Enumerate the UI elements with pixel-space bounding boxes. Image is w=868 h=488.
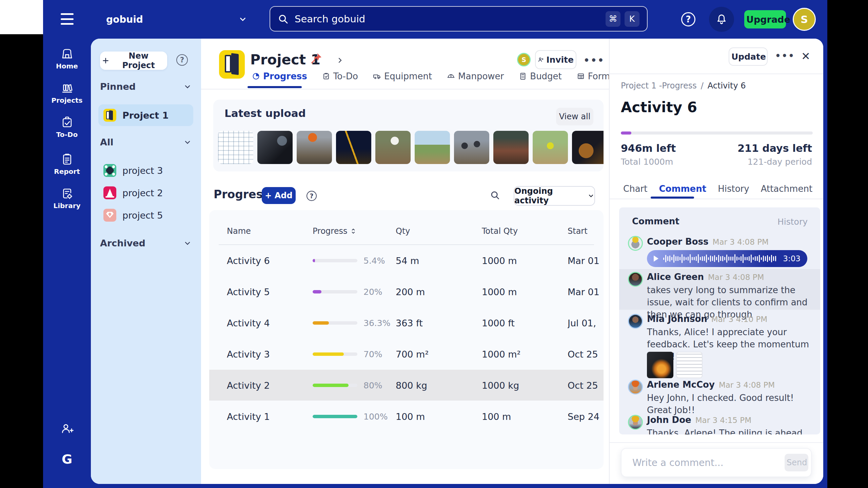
sidebar-item-projects[interactable]: Projects: [43, 82, 91, 104]
app-window: gobuid Search gobuid ⌘ K ? Upgrade S Hom…: [43, 0, 827, 488]
tab-todo[interactable]: To-Do: [322, 71, 358, 81]
upload-thumbnail[interactable]: [493, 131, 529, 164]
menu-icon[interactable]: [61, 13, 74, 25]
chevron-right-icon[interactable]: [336, 56, 344, 64]
column-header[interactable]: Progress: [313, 226, 357, 236]
notifications-button[interactable]: [709, 7, 734, 32]
audio-waveform: [663, 253, 779, 264]
table-row-selected[interactable]: Activity 2 80% 800 kg 1000 kg Oct 25: [209, 370, 604, 401]
sidebar-item-label: Report: [54, 167, 80, 176]
add-activity-button[interactable]: + Add: [262, 187, 296, 204]
todo-icon: [61, 116, 74, 129]
upload-thumbnail[interactable]: [336, 131, 371, 164]
table-row[interactable]: Activity 3 70% 700 m² 1000 m² Oct 25: [209, 339, 604, 369]
divider: [610, 442, 823, 443]
table-row[interactable]: Activity 6 5.4% 54 m 1000 m Mar 01: [209, 245, 604, 276]
column-header[interactable]: Start: [568, 226, 588, 236]
upload-thumbnail[interactable]: [533, 131, 568, 164]
chevron-down-icon: [183, 239, 192, 247]
more-options-icon[interactable]: •••: [584, 55, 605, 66]
comment-input[interactable]: [632, 457, 785, 469]
sidebar-project-row[interactable]: Project 1: [98, 104, 193, 126]
table-row[interactable]: Activity 4 36.3% 363 ft 1000 ft Jul 01,: [209, 307, 604, 338]
table-row[interactable]: Activity 5 20% 200 m 1000 m Mar 01: [209, 276, 604, 307]
tab-budget[interactable]: Budget: [519, 71, 562, 81]
update-button[interactable]: Update: [729, 47, 768, 66]
tab-chart[interactable]: Chart: [623, 184, 647, 194]
sidebar-project-row[interactable]: project 3: [98, 161, 193, 180]
view-all-button[interactable]: View all: [556, 108, 593, 125]
avatar: [628, 236, 643, 251]
project2-icon: [103, 186, 116, 199]
person-add-icon: [538, 56, 544, 64]
project3-icon: [103, 164, 116, 177]
more-options-icon[interactable]: •••: [775, 51, 795, 61]
close-icon[interactable]: ✕: [801, 50, 810, 63]
column-header[interactable]: Name: [227, 226, 251, 236]
upload-thumbnail[interactable]: [257, 131, 293, 164]
divider: [610, 74, 823, 74]
content-area: New Project ? Pinned Project 1 All proje…: [91, 39, 823, 484]
upload-thumbnail[interactable]: [297, 131, 332, 164]
search-icon[interactable]: [490, 190, 500, 200]
tab-equipment[interactable]: Equipment: [373, 71, 432, 81]
section-all[interactable]: All: [100, 137, 192, 147]
breadcrumb-parent[interactable]: Project 1 -Progress: [621, 81, 697, 90]
attachment-document[interactable]: [676, 352, 703, 378]
section-pinned[interactable]: Pinned: [100, 81, 192, 92]
upload-thumbnail[interactable]: [415, 131, 450, 164]
help-icon[interactable]: ?: [307, 191, 317, 201]
send-button[interactable]: Send: [785, 454, 808, 471]
sidebar-item-todo[interactable]: To-Do: [43, 116, 91, 139]
chevron-down-icon: [238, 15, 247, 24]
tab-comment[interactable]: Comment: [659, 184, 706, 194]
truck-icon: [373, 72, 381, 80]
help-icon[interactable]: ?: [176, 54, 188, 66]
comment-header[interactable]: Comment: [632, 216, 679, 226]
sidebar-item-home[interactable]: Home: [43, 47, 91, 70]
workspace-selector[interactable]: gobuid: [101, 0, 250, 39]
report-icon: [61, 153, 74, 166]
g-logo-icon[interactable]: G: [43, 452, 91, 467]
sidebar-project-row[interactable]: project 2: [98, 183, 193, 203]
pin-icon[interactable]: [310, 52, 322, 64]
tab-history[interactable]: History: [718, 184, 749, 194]
upload-thumbnail[interactable]: [218, 131, 253, 164]
comment-item: John DoeMar 3 4:15 PM Thanks, Arlene! Th…: [619, 413, 820, 434]
tab-attachment[interactable]: Attachment: [761, 184, 812, 194]
invite-button[interactable]: Invite: [535, 50, 576, 69]
project1-icon: [103, 109, 116, 122]
tab-form[interactable]: Form: [577, 71, 610, 81]
bell-icon: [716, 14, 727, 25]
section-archived[interactable]: Archived: [100, 238, 192, 248]
audio-message[interactable]: 3:03: [647, 250, 807, 267]
upgrade-button[interactable]: Upgrade: [744, 10, 786, 28]
comment-item: Alice GreenMar 3 4:08 PM takes very long…: [619, 269, 820, 310]
tab-manpower[interactable]: Manpower: [447, 71, 504, 81]
upload-thumbnail[interactable]: [572, 131, 604, 164]
progress-bar: [313, 290, 357, 293]
sidebar-project-row[interactable]: project 5: [98, 205, 193, 225]
member-avatar[interactable]: S: [517, 53, 531, 66]
project-sidebar: New Project ? Pinned Project 1 All proje…: [91, 39, 201, 484]
attachment-image[interactable]: [647, 352, 673, 378]
column-header[interactable]: Qty: [396, 226, 410, 236]
column-header[interactable]: Total Qty: [482, 226, 518, 236]
invite-user-icon[interactable]: [43, 422, 91, 435]
tab-progress[interactable]: Progress: [252, 71, 307, 81]
sidebar-item-report[interactable]: Report: [43, 153, 91, 176]
table-row[interactable]: Activity 1 100% 100 m 100 m Sep 24: [209, 401, 604, 432]
progress-bar: [313, 352, 357, 356]
chevron-down-icon: [183, 138, 192, 146]
upload-thumbnail[interactable]: [375, 131, 411, 164]
new-project-button[interactable]: New Project: [100, 52, 167, 70]
sidebar-item-library[interactable]: Library: [43, 187, 91, 210]
search-input[interactable]: Search gobuid ⌘ K: [270, 6, 648, 32]
activity-filter-dropdown[interactable]: Ongoing activity: [514, 186, 595, 206]
sidebar-item-label: Library: [53, 202, 80, 210]
upload-thumbnail[interactable]: [454, 131, 489, 164]
user-avatar[interactable]: S: [793, 8, 816, 31]
search-icon: [278, 14, 289, 24]
help-icon[interactable]: ?: [681, 12, 695, 26]
history-toggle[interactable]: History: [777, 217, 808, 227]
